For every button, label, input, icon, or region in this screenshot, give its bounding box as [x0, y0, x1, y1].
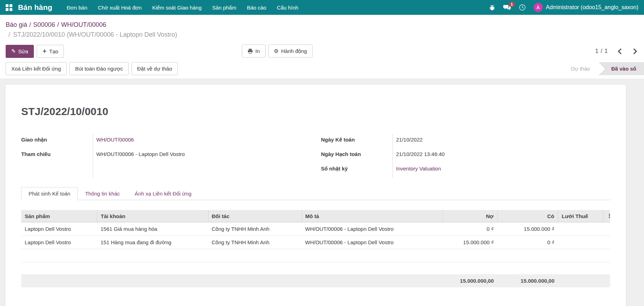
journal-items-table: Sản phẩm Tài khoản Đối tác Mô tả Nợ Có L…: [21, 210, 610, 287]
print-button[interactable]: In: [242, 44, 266, 58]
column-header-luoi-thue[interactable]: Lưới Thuế: [558, 210, 603, 222]
cell-debit[interactable]: 0 ₫: [443, 222, 497, 236]
breadcrumb: Báo giá/S00006/WH/OUT/00006: [0, 20, 644, 30]
edit-button[interactable]: ✎ Sửa: [6, 45, 34, 58]
cell-tax[interactable]: [558, 222, 603, 236]
cell-partner[interactable]: Công ty TNHH Minh Anh: [208, 222, 302, 236]
menu-don-ban[interactable]: Đơn bán: [61, 0, 92, 15]
app-title[interactable]: Bán hàng: [18, 3, 52, 12]
reset-to-draft-button[interactable]: Đặt về dự thảo: [132, 62, 178, 75]
cell-account[interactable]: 151 Hàng mua đang đi đường: [97, 236, 208, 249]
optional-columns-icon[interactable]: ⋮: [603, 210, 610, 222]
cell-debit[interactable]: 15.000.000 ₫: [443, 236, 497, 249]
breadcrumb-separator: /: [27, 21, 33, 28]
cell-credit[interactable]: 15.000.000 ₫: [497, 222, 558, 236]
column-header-tai-khoan[interactable]: Tài khoản: [97, 210, 208, 222]
column-header-co[interactable]: Có: [497, 210, 558, 222]
total-credit: 15.000.000,00: [497, 274, 558, 287]
printer-icon: [248, 49, 253, 54]
table-row[interactable]: Laptopn Dell Vostro 1561 Giá mua hàng hó…: [21, 222, 610, 236]
table-row[interactable]: Laptopn Dell Vostro 151 Hàng mua đang đi…: [21, 236, 610, 249]
avatar: A: [534, 3, 543, 12]
tab-phat-sinh-ke-toan[interactable]: Phát sinh Kế toán: [21, 187, 78, 200]
field-value-so-nhat-ky-link[interactable]: Inventory Valuation: [396, 166, 441, 172]
table-spacer: [21, 262, 610, 274]
actions-status-row: Xoá Liên kết Đối ứng Bút toán Đảo ngược …: [0, 62, 644, 75]
user-name: Administrator (odoo15_anglo_saxon): [546, 4, 638, 11]
center-buttons: In ⚙ Hành động: [242, 44, 312, 58]
status-stage-posted[interactable]: Đã vào sổ: [599, 62, 644, 75]
plus-icon: +: [42, 48, 47, 54]
breadcrumb-link-bao-gia[interactable]: Báo giá: [6, 21, 27, 28]
user-menu[interactable]: A Administrator (odoo15_anglo_saxon): [534, 3, 638, 12]
total-debit: 15.000.000,00: [443, 274, 497, 287]
main-menu: Đơn bán Chờ xuất Hoá đơn Kiểm soát Giao …: [61, 0, 304, 15]
cell-product[interactable]: Laptopn Dell Vostro: [21, 236, 97, 249]
column-header-san-pham[interactable]: Sản phẩm: [21, 210, 97, 222]
cell-credit[interactable]: 0 ₫: [497, 236, 558, 249]
notebook-tabs: Phát sinh Kế toán Thông tin khác Ánh xạ …: [21, 187, 610, 200]
activities-clock-icon[interactable]: [519, 4, 526, 11]
field-label-giao-nhan: Giao nhận: [21, 134, 93, 149]
pager-previous-icon[interactable]: [617, 48, 622, 54]
column-header-doi-tac[interactable]: Đối tác: [208, 210, 302, 222]
column-header-no[interactable]: Nợ: [443, 210, 497, 222]
statusbar: Dự thảo Đã vào sổ: [562, 62, 644, 75]
field-value-ngay-hach-toan[interactable]: 21/10/2022 13:46:40: [396, 149, 610, 163]
breadcrumb-link-s00006[interactable]: S00006: [33, 21, 55, 28]
apps-grid-icon[interactable]: [6, 4, 12, 11]
breadcrumb-separator: /: [55, 21, 61, 28]
pager-next-icon[interactable]: [633, 48, 638, 54]
fields-section: Giao nhận Tham chiếu WH/OUT/00006 WH/OUT…: [21, 134, 610, 178]
pager: 1 / 1: [595, 44, 638, 58]
gear-icon: ⚙: [274, 48, 279, 54]
field-value-tham-chieu[interactable]: WH/OUT/00006 - Laptopn Dell Vostro: [96, 149, 321, 163]
cell-product[interactable]: Laptopn Dell Vostro: [21, 222, 97, 236]
totals-row: 15.000.000,00 15.000.000,00: [21, 274, 610, 287]
messages-icon[interactable]: 1: [503, 4, 511, 11]
cell-label[interactable]: WH/OUT/00006 - Laptopn Dell Vostro: [302, 222, 443, 236]
bug-icon[interactable]: [489, 4, 496, 11]
top-navbar: Bán hàng Đơn bán Chờ xuất Hoá đơn Kiểm s…: [0, 0, 644, 15]
cell-account[interactable]: 1561 Giá mua hàng hóa: [97, 222, 208, 236]
content-area: STJ/2022/10/0010 Giao nhận Tham chiếu WH…: [0, 79, 644, 306]
pencil-icon: ✎: [11, 48, 16, 54]
breadcrumb-link-wh-out[interactable]: WH/OUT/00006: [61, 21, 106, 28]
cell-label[interactable]: WH/OUT/00006 - Laptopn Dell Vostro: [302, 236, 443, 249]
form-sheet: STJ/2022/10/0010 Giao nhận Tham chiếu WH…: [5, 84, 626, 306]
menu-cho-xuat-hoa-don[interactable]: Chờ xuất Hoá đơn: [93, 0, 147, 15]
empty-table-row[interactable]: [21, 249, 610, 262]
field-value-giao-nhan-link[interactable]: WH/OUT/00006: [96, 137, 134, 143]
messages-badge: 1: [509, 2, 515, 7]
field-label-so-nhat-ky: Sổ nhật ký: [321, 163, 393, 178]
field-value-ngay-ke-toan[interactable]: 21/10/2022: [396, 134, 610, 149]
menu-cau-hinh[interactable]: Cấu hình: [272, 0, 304, 15]
cell-tax[interactable]: [558, 236, 603, 249]
menu-san-pham[interactable]: Sản phẩm: [207, 0, 242, 15]
create-button[interactable]: + Tạo: [37, 45, 64, 58]
cell-partner[interactable]: Công ty TNHH Minh Anh: [208, 236, 302, 249]
tab-anh-xa-lien-ket-doi-ung[interactable]: Ánh xạ Liên kết Đối ứng: [127, 187, 199, 200]
field-label-ngay-hach-toan: Ngày Hạch toán: [321, 149, 393, 163]
column-header-mo-ta[interactable]: Mô tả: [302, 210, 443, 222]
unlink-reconcile-button[interactable]: Xoá Liên kết Đối ứng: [6, 62, 67, 75]
action-button[interactable]: ⚙ Hành động: [268, 44, 313, 58]
menu-bao-cao[interactable]: Báo cáo: [242, 0, 272, 15]
table-header-row: Sản phẩm Tài khoản Đối tác Mô tả Nợ Có L…: [21, 210, 610, 222]
pager-value[interactable]: 1 / 1: [595, 48, 608, 54]
breadcrumb-current: /STJ/2022/10/0010 (WH/OUT/00006 - Laptop…: [0, 30, 644, 40]
reverse-entry-button[interactable]: Bút toán Đảo ngược: [69, 62, 129, 75]
navbar-right: 1 A Administrator (odoo15_anglo_saxon): [489, 3, 638, 12]
menu-kiem-soat-giao-hang[interactable]: Kiểm soát Giao hàng: [147, 0, 207, 15]
tab-thong-tin-khac[interactable]: Thông tin khác: [78, 187, 127, 200]
field-label-tham-chieu: Tham chiếu: [21, 149, 93, 163]
field-label-ngay-ke-toan: Ngày Kế toán: [321, 134, 393, 149]
buttons-row: ✎ Sửa + Tạo In ⚙ Hành động 1 / 1: [0, 44, 644, 58]
page-title: STJ/2022/10/0010: [21, 106, 610, 118]
control-panel: Báo giá/S00006/WH/OUT/00006 /STJ/2022/10…: [0, 15, 644, 79]
